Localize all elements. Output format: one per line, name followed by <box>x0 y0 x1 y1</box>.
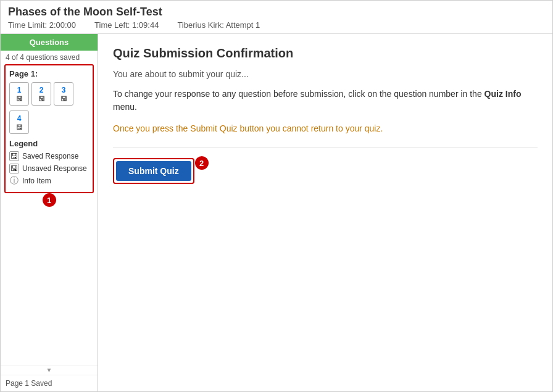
submit-annotation: Submit Quiz 2 <box>116 161 191 181</box>
legend-title: Legend <box>9 139 89 148</box>
content-area: Quiz Submission Confirmation You are abo… <box>98 34 552 391</box>
submit-quiz-button[interactable]: Submit Quiz <box>116 161 191 181</box>
q-icon-3: 🖫 <box>60 95 67 102</box>
question-grid: 1 🖫 2 🖫 3 🖫 <box>9 82 89 106</box>
page-title: Phases of the Moon Self-Test <box>8 6 545 19</box>
q-icon-1: 🖫 <box>16 95 23 102</box>
legend-unsaved: 🖫 Unsaved Response <box>9 164 89 173</box>
content-intro: You are about to submit your quiz... <box>113 69 538 79</box>
question-grid-row2: 4 🖫 <box>9 111 89 134</box>
header-meta: Time Limit: 2:00:00 Time Left: 1:09:44 T… <box>8 20 545 30</box>
legend-saved-label: Saved Response <box>22 152 78 161</box>
legend-info-label: Info Item <box>22 177 51 185</box>
instruction-end: menu. <box>113 102 137 112</box>
question-btn-1[interactable]: 1 🖫 <box>9 82 29 106</box>
content-title: Quiz Submission Confirmation <box>113 46 538 60</box>
q-icon-4: 🖫 <box>16 123 23 131</box>
legend-info: ⓘ Info Item <box>9 176 89 186</box>
submit-btn-wrapper: Submit Quiz 2 <box>113 158 194 184</box>
submit-area: Submit Quiz 2 <box>113 158 538 184</box>
sidebar-inner-box: Page 1: 1 🖫 2 🖫 3 <box>4 64 94 193</box>
header: Phases of the Moon Self-Test Time Limit:… <box>1 1 552 34</box>
page-wrapper: Phases of the Moon Self-Test Time Limit:… <box>0 0 553 392</box>
sidebar-inner-relative: Page 1: 1 🖫 2 🖫 3 <box>4 64 94 203</box>
legend-section: Legend 🖫 Saved Response 🖫 Unsaved Respon… <box>9 139 89 186</box>
q-num-3: 3 <box>62 86 66 94</box>
instruction-text: To change your response to any question … <box>113 89 482 99</box>
saved-count: 4 of 4 questions saved <box>1 51 98 64</box>
user-info: Tiberius Kirk: Attempt 1 <box>177 20 260 30</box>
sidebar-scroll[interactable]: Page 1: 1 🖫 2 🖫 3 <box>1 64 98 365</box>
q-icon-2: 🖫 <box>38 95 45 102</box>
instruction-bold: Quiz Info <box>484 89 522 99</box>
q-num-2: 2 <box>40 86 44 94</box>
sidebar: Questions 4 of 4 questions saved Page 1:… <box>1 34 98 391</box>
questions-button[interactable]: Questions <box>1 34 98 51</box>
question-btn-4[interactable]: 4 🖫 <box>9 111 29 134</box>
content-instruction: To change your response to any question … <box>113 88 538 114</box>
time-left-label: Time Left: 1:09:44 <box>94 20 159 30</box>
main-layout: Questions 4 of 4 questions saved Page 1:… <box>1 34 552 391</box>
content-warning: Once you press the Submit Quiz button yo… <box>113 122 538 135</box>
sidebar-bottom: Page 1 Saved <box>1 375 98 391</box>
time-left-value: 1:09:44 <box>132 20 159 30</box>
annotation-bubble-2: 2 <box>195 156 209 170</box>
question-btn-2[interactable]: 2 🖫 <box>31 82 51 106</box>
time-limit-label: Time Limit: 2:00:00 <box>8 20 76 30</box>
legend-unsaved-label: Unsaved Response <box>22 164 87 173</box>
scroll-arrow-down[interactable]: ▼ <box>1 365 98 375</box>
divider <box>113 148 538 148</box>
question-btn-3[interactable]: 3 🖫 <box>54 82 73 106</box>
q-num-4: 4 <box>17 114 22 123</box>
unsaved-response-icon: 🖫 <box>9 164 19 173</box>
saved-response-icon: 🖫 <box>9 151 19 161</box>
q-num-1: 1 <box>17 86 22 94</box>
annotation-bubble-1: 1 <box>43 193 56 207</box>
page-label: Page 1: <box>9 69 89 78</box>
info-item-icon: ⓘ <box>9 176 19 186</box>
legend-saved: 🖫 Saved Response <box>9 151 89 161</box>
time-limit-value: 2:00:00 <box>49 20 76 30</box>
